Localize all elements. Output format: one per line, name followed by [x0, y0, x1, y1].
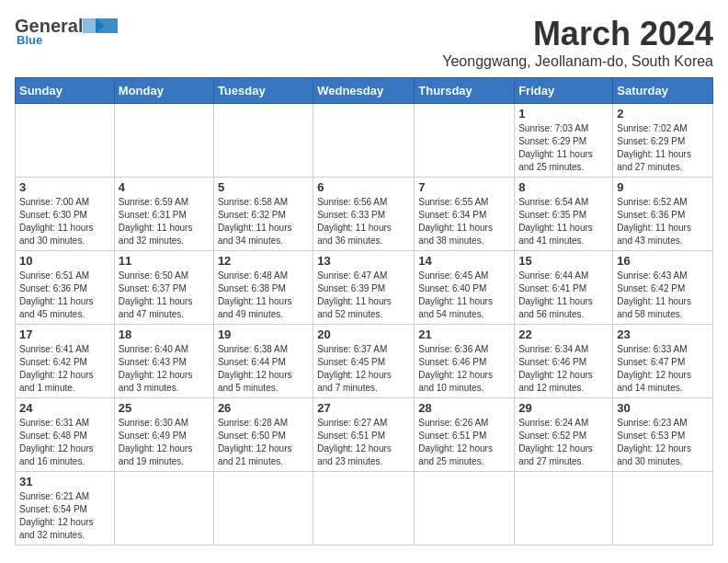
day-info: Sunrise: 6:21 AM Sunset: 6:54 PM Dayligh… [19, 490, 110, 542]
logo: General Blue [15, 15, 118, 47]
day-cell-4: 4Sunrise: 6:59 AM Sunset: 6:31 PM Daylig… [114, 178, 213, 251]
day-info: Sunrise: 6:36 AM Sunset: 6:46 PM Dayligh… [418, 343, 510, 395]
empty-cell [213, 104, 313, 178]
header-wednesday: Wednesday [313, 78, 415, 104]
day-cell-30: 30Sunrise: 6:23 AM Sunset: 6:53 PM Dayli… [613, 398, 713, 472]
day-number: 10 [19, 254, 110, 268]
day-cell-7: 7Sunrise: 6:55 AM Sunset: 6:34 PM Daylig… [415, 178, 515, 251]
day-number: 11 [119, 254, 210, 268]
day-cell-23: 23Sunrise: 6:33 AM Sunset: 6:47 PM Dayli… [613, 325, 713, 398]
calendar-row: 24Sunrise: 6:31 AM Sunset: 6:48 PM Dayli… [16, 398, 713, 472]
day-number: 22 [518, 327, 609, 341]
day-cell-15: 15Sunrise: 6:44 AM Sunset: 6:41 PM Dayli… [515, 251, 613, 325]
header: General Blue March 2024 Yeonggwang, Jeol… [15, 15, 713, 70]
day-info: Sunrise: 6:23 AM Sunset: 6:53 PM Dayligh… [617, 417, 709, 468]
weekday-header-row: Sunday Monday Tuesday Wednesday Thursday… [16, 78, 713, 104]
day-cell-5: 5Sunrise: 6:58 AM Sunset: 6:32 PM Daylig… [213, 178, 313, 251]
day-info: Sunrise: 6:28 AM Sunset: 6:50 PM Dayligh… [218, 417, 309, 468]
calendar-row: 10Sunrise: 6:51 AM Sunset: 6:36 PM Dayli… [16, 251, 713, 325]
day-number: 15 [518, 254, 609, 268]
day-cell-17: 17Sunrise: 6:41 AM Sunset: 6:42 PM Dayli… [16, 325, 115, 398]
day-info: Sunrise: 6:33 AM Sunset: 6:47 PM Dayligh… [617, 343, 709, 395]
day-cell-12: 12Sunrise: 6:48 AM Sunset: 6:38 PM Dayli… [213, 251, 313, 325]
day-cell-25: 25Sunrise: 6:30 AM Sunset: 6:49 PM Dayli… [114, 398, 213, 472]
day-number: 14 [418, 254, 510, 268]
day-cell-13: 13Sunrise: 6:47 AM Sunset: 6:39 PM Dayli… [313, 251, 415, 325]
day-info: Sunrise: 6:48 AM Sunset: 6:38 PM Dayligh… [218, 270, 309, 321]
day-info: Sunrise: 6:54 AM Sunset: 6:35 PM Dayligh… [518, 196, 609, 247]
header-tuesday: Tuesday [213, 78, 313, 104]
day-cell-24: 24Sunrise: 6:31 AM Sunset: 6:48 PM Dayli… [16, 398, 115, 472]
calendar-row: 17Sunrise: 6:41 AM Sunset: 6:42 PM Dayli… [16, 325, 713, 398]
day-info: Sunrise: 6:40 AM Sunset: 6:43 PM Dayligh… [119, 343, 210, 395]
day-info: Sunrise: 6:44 AM Sunset: 6:41 PM Dayligh… [518, 270, 609, 321]
day-info: Sunrise: 7:00 AM Sunset: 6:30 PM Dayligh… [19, 196, 110, 247]
day-cell-22: 22Sunrise: 6:34 AM Sunset: 6:46 PM Dayli… [515, 325, 613, 398]
header-saturday: Saturday [613, 78, 713, 104]
day-cell-16: 16Sunrise: 6:43 AM Sunset: 6:42 PM Dayli… [613, 251, 713, 325]
day-number: 4 [119, 180, 210, 194]
day-cell-2: 2Sunrise: 7:02 AM Sunset: 6:29 PM Daylig… [613, 104, 713, 178]
day-info: Sunrise: 6:47 AM Sunset: 6:39 PM Dayligh… [317, 270, 410, 321]
day-cell-31: 31Sunrise: 6:21 AM Sunset: 6:54 PM Dayli… [16, 472, 115, 546]
day-number: 5 [218, 180, 309, 194]
day-info: Sunrise: 6:51 AM Sunset: 6:36 PM Dayligh… [19, 270, 110, 321]
day-cell-1: 1Sunrise: 7:03 AM Sunset: 6:29 PM Daylig… [515, 104, 613, 178]
day-number: 18 [119, 327, 210, 341]
empty-cell [313, 104, 415, 178]
main-title: March 2024 [442, 15, 713, 53]
day-number: 12 [218, 254, 309, 268]
empty-cell [114, 104, 213, 178]
day-number: 9 [617, 180, 709, 194]
day-cell-10: 10Sunrise: 6:51 AM Sunset: 6:36 PM Dayli… [16, 251, 115, 325]
title-area: March 2024 Yeonggwang, Jeollanam-do, Sou… [442, 15, 713, 70]
day-cell-26: 26Sunrise: 6:28 AM Sunset: 6:50 PM Dayli… [213, 398, 313, 472]
empty-cell [415, 104, 515, 178]
logo-icon [83, 15, 118, 37]
day-cell-8: 8Sunrise: 6:54 AM Sunset: 6:35 PM Daylig… [515, 178, 613, 251]
empty-cell [213, 472, 313, 546]
header-sunday: Sunday [16, 78, 115, 104]
day-info: Sunrise: 7:03 AM Sunset: 6:29 PM Dayligh… [518, 122, 609, 174]
empty-cell [613, 472, 713, 546]
day-cell-18: 18Sunrise: 6:40 AM Sunset: 6:43 PM Dayli… [114, 325, 213, 398]
day-number: 31 [19, 475, 110, 488]
empty-cell [114, 472, 213, 546]
day-info: Sunrise: 6:43 AM Sunset: 6:42 PM Dayligh… [617, 270, 709, 321]
subtitle: Yeonggwang, Jeollanam-do, South Korea [442, 53, 713, 70]
svg-marker-2 [83, 18, 96, 33]
day-number: 19 [218, 327, 309, 341]
day-info: Sunrise: 6:45 AM Sunset: 6:40 PM Dayligh… [418, 270, 510, 321]
day-number: 8 [518, 180, 609, 194]
day-number: 3 [19, 180, 110, 194]
day-cell-3: 3Sunrise: 7:00 AM Sunset: 6:30 PM Daylig… [16, 178, 115, 251]
day-info: Sunrise: 6:41 AM Sunset: 6:42 PM Dayligh… [19, 343, 110, 395]
day-number: 17 [19, 327, 110, 341]
day-number: 13 [317, 254, 410, 268]
day-info: Sunrise: 6:34 AM Sunset: 6:46 PM Dayligh… [518, 343, 609, 395]
day-info: Sunrise: 6:55 AM Sunset: 6:34 PM Dayligh… [418, 196, 510, 247]
day-cell-6: 6Sunrise: 6:56 AM Sunset: 6:33 PM Daylig… [313, 178, 415, 251]
day-cell-14: 14Sunrise: 6:45 AM Sunset: 6:40 PM Dayli… [415, 251, 515, 325]
day-number: 24 [19, 401, 110, 415]
day-cell-28: 28Sunrise: 6:26 AM Sunset: 6:51 PM Dayli… [415, 398, 515, 472]
calendar: Sunday Monday Tuesday Wednesday Thursday… [15, 77, 713, 546]
day-number: 7 [418, 180, 510, 194]
day-info: Sunrise: 6:52 AM Sunset: 6:36 PM Dayligh… [617, 196, 709, 247]
day-number: 2 [617, 107, 709, 121]
calendar-row: 3Sunrise: 7:00 AM Sunset: 6:30 PM Daylig… [16, 178, 713, 251]
day-info: Sunrise: 6:38 AM Sunset: 6:44 PM Dayligh… [218, 343, 309, 395]
day-cell-27: 27Sunrise: 6:27 AM Sunset: 6:51 PM Dayli… [313, 398, 415, 472]
day-number: 28 [418, 401, 510, 415]
day-number: 1 [518, 107, 609, 121]
empty-cell [415, 472, 515, 546]
day-number: 6 [317, 180, 410, 194]
day-cell-21: 21Sunrise: 6:36 AM Sunset: 6:46 PM Dayli… [415, 325, 515, 398]
day-info: Sunrise: 6:50 AM Sunset: 6:37 PM Dayligh… [119, 270, 210, 321]
day-info: Sunrise: 6:31 AM Sunset: 6:48 PM Dayligh… [19, 417, 110, 468]
calendar-row: 31Sunrise: 6:21 AM Sunset: 6:54 PM Dayli… [16, 472, 713, 546]
empty-cell [515, 472, 613, 546]
day-number: 30 [617, 401, 709, 415]
day-info: Sunrise: 7:02 AM Sunset: 6:29 PM Dayligh… [617, 122, 709, 174]
day-info: Sunrise: 6:26 AM Sunset: 6:51 PM Dayligh… [418, 417, 510, 468]
